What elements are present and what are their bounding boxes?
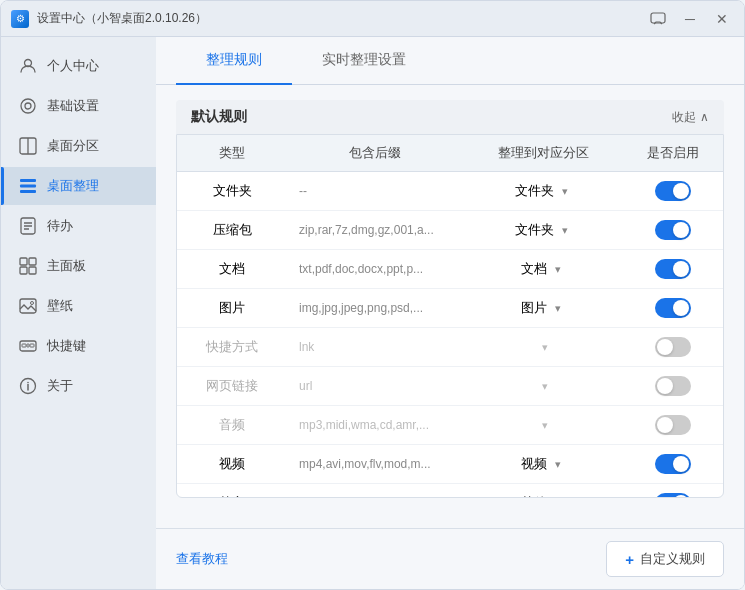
sidebar-item-todo[interactable]: 待办 [1, 207, 156, 245]
chevron-down-icon: ▾ [558, 184, 572, 198]
row-suffix-0: -- [287, 175, 463, 207]
chevron-down-icon: ▾ [538, 340, 552, 354]
sidebar-label-dashboard: 主面板 [47, 257, 86, 275]
row-type-4: 快捷方式 [177, 329, 287, 365]
svg-rect-22 [30, 344, 34, 347]
row-toggle-8[interactable] [623, 484, 723, 498]
svg-rect-21 [27, 344, 29, 347]
row-toggle-0[interactable] [623, 172, 723, 210]
collapse-icon: ∧ [700, 110, 709, 124]
chevron-down-icon: ▾ [538, 418, 552, 432]
svg-rect-8 [20, 190, 36, 193]
table-row: 音频 mp3,midi,wma,cd,amr,... ▾ [177, 406, 723, 445]
window-controls: ─ ✕ [646, 7, 734, 31]
message-button[interactable] [646, 7, 670, 31]
toggle-switch-0[interactable] [655, 181, 691, 201]
row-dest-7[interactable]: 视频 ▾ [463, 446, 623, 482]
row-dest-5[interactable]: ▾ [463, 370, 623, 402]
about-icon [19, 377, 37, 395]
add-rule-button[interactable]: + 自定义规则 [606, 541, 724, 577]
collapse-button[interactable]: 收起 ∧ [672, 109, 709, 126]
sidebar-item-wallpaper[interactable]: 壁纸 [1, 287, 156, 325]
table-header: 类型 包含后缀 整理到对应分区 是否启用 [177, 135, 723, 172]
row-type-7: 视频 [177, 446, 287, 482]
sidebar-label-partition: 桌面分区 [47, 137, 99, 155]
toggle-switch-8[interactable] [655, 493, 691, 498]
row-toggle-2[interactable] [623, 250, 723, 288]
row-toggle-5[interactable] [623, 367, 723, 405]
plus-icon: + [625, 551, 634, 568]
section-title: 默认规则 [191, 108, 247, 126]
table-row: 压缩包 zip,rar,7z,dmg,gz,001,a... 文件夹 ▾ [177, 211, 723, 250]
chevron-down-icon: ▾ [551, 457, 565, 471]
chevron-down-icon: ▾ [551, 262, 565, 276]
svg-point-25 [27, 382, 29, 384]
sidebar-item-profile[interactable]: 个人中心 [1, 47, 156, 85]
row-toggle-3[interactable] [623, 289, 723, 327]
row-toggle-7[interactable] [623, 445, 723, 483]
sidebar-label-about: 关于 [47, 377, 73, 395]
row-type-2: 文档 [177, 251, 287, 287]
table-row: 其它 不属于任何规则的文件 其他 ▾ [177, 484, 723, 498]
toggle-switch-5[interactable] [655, 376, 691, 396]
tab-rules[interactable]: 整理规则 [176, 37, 292, 85]
row-suffix-4: lnk [287, 331, 463, 363]
sidebar-label-todo: 待办 [47, 217, 73, 235]
row-dest-0[interactable]: 文件夹 ▾ [463, 173, 623, 209]
toggle-switch-2[interactable] [655, 259, 691, 279]
sidebar-label-wallpaper: 壁纸 [47, 297, 73, 315]
row-type-3: 图片 [177, 290, 287, 326]
row-type-1: 压缩包 [177, 212, 287, 248]
svg-rect-15 [20, 267, 27, 274]
header-suffix: 包含后缀 [287, 135, 463, 171]
table-row: 文档 txt,pdf,doc,docx,ppt,p... 文档 ▾ [177, 250, 723, 289]
titlebar: ⚙ 设置中心（小智桌面2.0.10.26） ─ ✕ [1, 1, 744, 37]
sidebar-item-dashboard[interactable]: 主面板 [1, 247, 156, 285]
toggle-switch-1[interactable] [655, 220, 691, 240]
row-suffix-5: url [287, 370, 463, 402]
row-dest-1[interactable]: 文件夹 ▾ [463, 212, 623, 248]
footer: 查看教程 + 自定义规则 [156, 528, 744, 589]
sidebar-label-basic: 基础设置 [47, 97, 99, 115]
sidebar: 个人中心 基础设置 桌面分区 [1, 37, 156, 589]
sidebar-item-organize[interactable]: 桌面整理 [1, 167, 156, 205]
section-header: 默认规则 收起 ∧ [176, 100, 724, 134]
sidebar-item-shortcut[interactable]: 快捷键 [1, 327, 156, 365]
toggle-switch-3[interactable] [655, 298, 691, 318]
svg-point-3 [25, 103, 31, 109]
table-row: 文件夹 -- 文件夹 ▾ [177, 172, 723, 211]
header-dest: 整理到对应分区 [463, 135, 623, 171]
minimize-button[interactable]: ─ [678, 7, 702, 31]
table-row: 网页链接 url ▾ [177, 367, 723, 406]
row-type-5: 网页链接 [177, 368, 287, 404]
chevron-down-icon: ▾ [551, 301, 565, 315]
row-dest-8[interactable]: 其他 ▾ [463, 485, 623, 498]
row-suffix-7: mp4,avi,mov,flv,mod,m... [287, 448, 463, 480]
svg-rect-16 [29, 267, 36, 274]
row-toggle-6[interactable] [623, 406, 723, 444]
row-toggle-4[interactable] [623, 328, 723, 366]
tab-realtime[interactable]: 实时整理设置 [292, 37, 436, 85]
svg-rect-6 [20, 179, 36, 182]
toggle-switch-4[interactable] [655, 337, 691, 357]
sidebar-item-partition[interactable]: 桌面分区 [1, 127, 156, 165]
toggle-switch-7[interactable] [655, 454, 691, 474]
close-button[interactable]: ✕ [710, 7, 734, 31]
svg-point-18 [31, 302, 34, 305]
tutorial-link[interactable]: 查看教程 [176, 550, 228, 568]
sidebar-label-profile: 个人中心 [47, 57, 99, 75]
svg-point-2 [21, 99, 35, 113]
row-dest-3[interactable]: 图片 ▾ [463, 290, 623, 326]
todo-icon [19, 217, 37, 235]
row-dest-4[interactable]: ▾ [463, 331, 623, 363]
sidebar-item-basic[interactable]: 基础设置 [1, 87, 156, 125]
sidebar-item-about[interactable]: 关于 [1, 367, 156, 405]
row-suffix-6: mp3,midi,wma,cd,amr,... [287, 409, 463, 441]
wallpaper-icon [19, 297, 37, 315]
row-dest-6[interactable]: ▾ [463, 409, 623, 441]
row-toggle-1[interactable] [623, 211, 723, 249]
svg-rect-7 [20, 185, 36, 188]
row-dest-2[interactable]: 文档 ▾ [463, 251, 623, 287]
row-suffix-2: txt,pdf,doc,docx,ppt,p... [287, 253, 463, 285]
toggle-switch-6[interactable] [655, 415, 691, 435]
